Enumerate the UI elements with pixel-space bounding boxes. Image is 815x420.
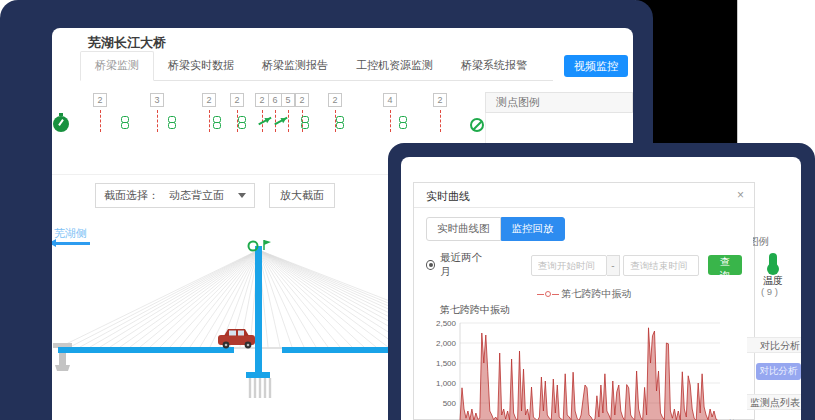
chain-link-icon[interactable] <box>300 116 310 133</box>
query-end-time-input[interactable] <box>623 255 699 276</box>
bridge-tower-crossbeam <box>246 372 270 378</box>
bearing-arrow-icon <box>274 117 287 126</box>
sensor-marker-line <box>275 110 276 132</box>
video-monitor-button[interactable]: 视频监控 <box>564 55 628 77</box>
chain-link-icon[interactable] <box>167 116 177 133</box>
query-start-time-input[interactable] <box>531 255 607 276</box>
sensor-count-badge: 2 <box>328 93 342 107</box>
bearing-arrow-icon <box>258 117 271 126</box>
legend-circle-icon <box>545 291 551 297</box>
main-tab-3[interactable]: 工控机资源监测 <box>342 52 447 80</box>
svg-text:2,500: 2,500 <box>436 319 457 328</box>
dialog-body: 实时曲线图监控回放 最近两个月 - 查询 第七跨跨中振动 第七跨跨中振动 050… <box>414 208 754 420</box>
chain-link-icon[interactable] <box>237 116 247 133</box>
chain-link-icon[interactable] <box>335 116 345 133</box>
section-select-label: 截面选择： <box>104 188 159 203</box>
sensor-marker-line <box>390 110 391 132</box>
overlay-window: 实时曲线 × 实时曲线图监控回放 最近两个月 - 查询 第七跨跨中振动 第七跨 <box>388 143 815 420</box>
svg-text:1,500: 1,500 <box>436 359 457 368</box>
sensor-count-badge: 2 <box>230 93 244 107</box>
overlay-page: 实时曲线 × 实时曲线图监控回放 最近两个月 - 查询 第七跨跨中振动 第七跨 <box>401 157 801 420</box>
legend-line-icon <box>537 294 544 295</box>
sensor-count-badge: 4 <box>383 93 397 107</box>
ban-icon[interactable] <box>470 118 484 132</box>
main-tab-bar: 桥梁监测桥梁实时数据桥梁监测报告工控机资源监测桥梁系统报警 <box>80 55 553 81</box>
main-tab-0[interactable]: 桥梁监测 <box>80 51 154 81</box>
dialog-tab-1[interactable]: 监控回放 <box>501 217 565 241</box>
chain-link-icon[interactable] <box>212 116 222 133</box>
main-tab-2[interactable]: 桥梁监测报告 <box>248 52 342 80</box>
bridge-tower <box>255 246 262 372</box>
car <box>218 329 255 348</box>
realtime-curve-dialog: 实时曲线 × 实时曲线图监控回放 最近两个月 - 查询 第七跨跨中振动 第七跨 <box>413 182 755 420</box>
monitor-points-header: 监测点列表 <box>747 394 801 410</box>
query-controls: 最近两个月 - 查询 <box>426 251 742 279</box>
svg-text:1,000: 1,000 <box>436 379 457 388</box>
svg-text:2,000: 2,000 <box>436 339 457 348</box>
close-icon[interactable]: × <box>737 188 744 202</box>
sensor-marker-line <box>440 110 441 132</box>
legend-label: 第七跨跨中振动 <box>561 288 631 299</box>
section-select[interactable]: 截面选择： 动态背立面 <box>95 183 255 208</box>
chart-title: 第七跨跨中振动 <box>440 303 742 317</box>
range-separator: - <box>607 255 620 276</box>
sensor-count-badge: 2 <box>295 93 309 107</box>
dialog-title: 实时曲线 <box>426 189 470 204</box>
radio-label: 最近两个月 <box>440 251 487 279</box>
sensor-marker-line <box>288 110 289 132</box>
section-select-row: 截面选择： 动态背立面 放大截面 <box>95 182 335 208</box>
thermometer-icon <box>769 253 777 267</box>
dialog-tab-0[interactable]: 实时曲线图 <box>426 217 501 241</box>
bridge-tower-piles <box>250 378 270 398</box>
sensor-marker-line <box>209 110 210 132</box>
zoom-section-button[interactable]: 放大截面 <box>269 183 335 208</box>
chain-link-icon[interactable] <box>120 116 130 133</box>
background-window-sliver <box>737 0 815 150</box>
sensor-count-badge: 2 <box>93 93 107 107</box>
sensor-count-badge: 2 <box>255 93 269 107</box>
compare-analysis-button[interactable]: 对比分析 <box>756 363 801 380</box>
temperature-count: ( 9 ) <box>761 286 778 297</box>
bridge-deck-left <box>58 347 234 353</box>
gauge-icon[interactable] <box>53 116 69 132</box>
sensor-count-badge: 6 <box>268 93 282 107</box>
sensor-count-badge: 2 <box>202 93 216 107</box>
main-tab-4[interactable]: 桥梁系统报警 <box>447 52 541 80</box>
section-select-value: 动态背立面 <box>169 188 224 203</box>
legend-panel-header: 测点图例 <box>485 92 633 113</box>
chart-legend[interactable]: 第七跨跨中振动 <box>426 287 742 301</box>
sensor-marker-line <box>157 110 158 132</box>
sensor-marker-line <box>100 110 101 132</box>
page-title: 芜湖长江大桥 <box>88 34 166 52</box>
radio-recent-two-months[interactable] <box>426 260 435 270</box>
sensor-count-badge: 5 <box>281 93 295 107</box>
legend-line-icon <box>552 294 559 295</box>
dialog-header: 实时曲线 × <box>414 183 754 208</box>
sidebar-legend-title: 测点图例 <box>753 235 769 249</box>
bridge-side-label: 芜湖侧 <box>54 226 87 241</box>
compare-analysis-header: 对比分析 <box>747 337 801 353</box>
sensor-count-badge: 2 <box>433 93 447 107</box>
dialog-tab-group: 实时曲线图监控回放 <box>426 217 742 241</box>
main-tab-1[interactable]: 桥梁实时数据 <box>154 52 248 80</box>
sensor-count-badge: 3 <box>150 93 164 107</box>
vibration-chart: 05001,0001,5002,0002,5002018-09-30 16:01… <box>426 317 744 420</box>
chain-link-icon[interactable] <box>398 116 408 133</box>
svg-text:500: 500 <box>443 399 457 408</box>
query-button[interactable]: 查询 <box>708 255 742 275</box>
chevron-down-icon <box>238 193 246 202</box>
